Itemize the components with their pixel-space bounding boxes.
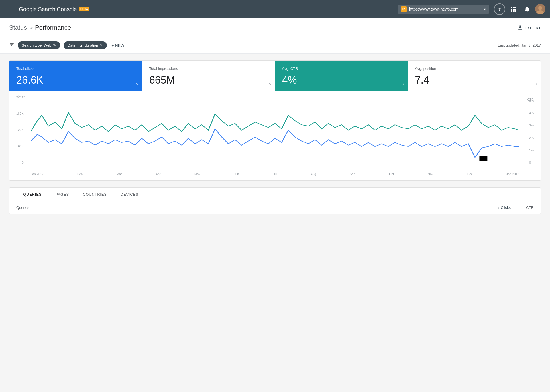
user-avatar[interactable]: [535, 4, 545, 14]
date-label: Date: Full duration: [68, 43, 98, 47]
svg-rect-4: [513, 9, 514, 10]
metric-cards: Total clicks 26.6K ? Total impressions 6…: [9, 60, 541, 91]
tabs-header: QUERIES PAGES COUNTRIES DEVICES ⋮: [9, 188, 541, 201]
tab-queries[interactable]: QUERIES: [16, 188, 48, 201]
tabs-more-icon[interactable]: ⋮: [528, 191, 534, 198]
chart-svg: [31, 99, 519, 164]
svg-rect-7: [513, 10, 514, 12]
url-dropdown-arrow: ▾: [484, 7, 486, 11]
avg-ctr-help[interactable]: ?: [402, 82, 404, 87]
url-bar[interactable]: In https://www.town-news.com ▾: [398, 5, 489, 14]
y-label-0: 0: [22, 161, 24, 164]
top-navigation: ☰ Google Search Console BETA In https://…: [0, 0, 550, 18]
clicks-label: Clicks: [501, 205, 511, 210]
y-right-4: 4%: [529, 111, 534, 115]
filter-icon[interactable]: [9, 42, 14, 49]
avg-ctr-value: 4%: [282, 74, 401, 86]
total-impressions-value: 665M: [149, 74, 268, 86]
x-label-sep: Sep: [350, 172, 355, 176]
total-clicks-help[interactable]: ?: [136, 82, 139, 87]
grid-icon[interactable]: [508, 3, 519, 15]
breadcrumb: Status > Performance: [9, 24, 71, 31]
chart-container: Clicks 240K 180K 120K 60K 0: [9, 91, 541, 181]
x-label-jul: Jul: [273, 172, 277, 176]
logo-text: Google Search Console: [19, 6, 77, 13]
total-clicks-value: 26.6K: [16, 74, 135, 86]
breadcrumb-current: Performance: [35, 24, 71, 31]
tabs-section: QUERIES PAGES COUNTRIES DEVICES ⋮ Querie…: [9, 187, 541, 214]
search-type-edit-icon: ✎: [53, 43, 56, 47]
avg-position-value: 7.4: [415, 74, 534, 86]
bell-icon[interactable]: [521, 3, 533, 15]
new-icon: +: [111, 43, 114, 48]
filter-bar: Search type: Web ✎ Date: Full duration ✎…: [0, 37, 550, 54]
tab-devices[interactable]: DEVICES: [114, 188, 146, 201]
avg-position-card[interactable]: Avg. position 7.4 ?: [408, 61, 541, 91]
new-label: NEW: [115, 43, 125, 48]
total-clicks-card[interactable]: Total clicks 26.6K ?: [9, 61, 142, 91]
total-clicks-label: Total clicks: [16, 66, 135, 71]
svg-rect-18: [479, 156, 487, 161]
x-label-jan2017: Jan 2017: [31, 172, 44, 176]
svg-rect-1: [513, 7, 514, 8]
chart-y-right-axis: CTR 5% 4% 3% 2% 1% 0: [527, 99, 534, 164]
x-label-mar: Mar: [117, 172, 122, 176]
tab-pages[interactable]: PAGES: [48, 188, 76, 201]
x-label-apr: Apr: [156, 172, 160, 176]
chart-x-axis: Jan 2017 Feb Mar Apr May Jun Jul Aug Sep…: [31, 172, 519, 176]
search-type-label: Search type: Web: [22, 43, 51, 47]
avg-ctr-card[interactable]: Avg. CTR 4% ?: [275, 61, 408, 91]
svg-rect-3: [511, 9, 512, 10]
chart-y-left-axis: Clicks 240K 180K 120K 60K 0: [16, 96, 26, 164]
new-filter-button[interactable]: + NEW: [111, 43, 124, 48]
date-edit-icon: ✎: [100, 43, 103, 47]
sort-down-icon: ↓: [498, 205, 500, 210]
table-col-queries: Queries: [16, 205, 482, 210]
x-label-feb: Feb: [77, 172, 83, 176]
site-favicon: In: [401, 6, 407, 12]
table-header: Queries ↓ Clicks CTR: [9, 201, 541, 214]
x-label-aug: Aug: [311, 172, 316, 176]
y-label-120k: 120K: [16, 128, 24, 132]
y-right-3: 3%: [529, 124, 534, 127]
avg-position-help[interactable]: ?: [535, 82, 537, 87]
svg-rect-6: [511, 10, 512, 12]
beta-badge: BETA: [79, 7, 89, 11]
y-label-60k: 60K: [18, 144, 24, 148]
site-url: https://www.town-news.com: [409, 7, 482, 11]
total-impressions-label: Total impressions: [149, 66, 268, 71]
svg-rect-2: [514, 7, 516, 8]
y-right-0: 0: [529, 161, 531, 164]
search-type-filter[interactable]: Search type: Web ✎: [18, 41, 60, 49]
export-label: EXPORT: [525, 26, 541, 30]
logo: Google Search Console BETA: [19, 6, 393, 13]
export-button[interactable]: EXPORT: [517, 25, 541, 31]
y-right-2: 2%: [529, 136, 534, 140]
total-impressions-help[interactable]: ?: [269, 82, 272, 87]
x-label-jun: Jun: [234, 172, 239, 176]
main-content: Total clicks 26.6K ? Total impressions 6…: [0, 54, 550, 221]
breadcrumb-bar: Status > Performance EXPORT: [0, 18, 550, 37]
last-updated: Last updated: Jan 3, 2017: [498, 43, 541, 47]
tab-countries[interactable]: COUNTRIES: [76, 188, 114, 201]
breadcrumb-parent[interactable]: Status: [9, 24, 27, 31]
y-right-1: 1%: [529, 149, 534, 152]
hamburger-icon[interactable]: ☰: [5, 3, 14, 15]
avg-position-label: Avg. position: [415, 66, 534, 71]
nav-icons: ?: [494, 3, 545, 15]
help-icon[interactable]: ?: [494, 3, 505, 15]
x-label-nov: Nov: [428, 172, 433, 176]
date-filter[interactable]: Date: Full duration ✎: [64, 41, 107, 49]
total-impressions-card[interactable]: Total impressions 665M ?: [142, 61, 275, 91]
svg-rect-8: [514, 10, 516, 12]
svg-rect-0: [511, 7, 512, 8]
y-right-title: CTR: [527, 98, 534, 101]
table-col-ctr: CTR: [511, 205, 534, 210]
table-col-clicks[interactable]: ↓ Clicks: [482, 205, 511, 210]
x-label-dec: Dec: [467, 172, 473, 176]
y-label-180k: 180K: [16, 112, 24, 115]
x-label-oct: Oct: [389, 172, 394, 176]
x-label-may: May: [194, 172, 200, 176]
x-label-jan2018: Jan 2018: [506, 172, 519, 176]
avg-ctr-label: Avg. CTR: [282, 66, 401, 71]
